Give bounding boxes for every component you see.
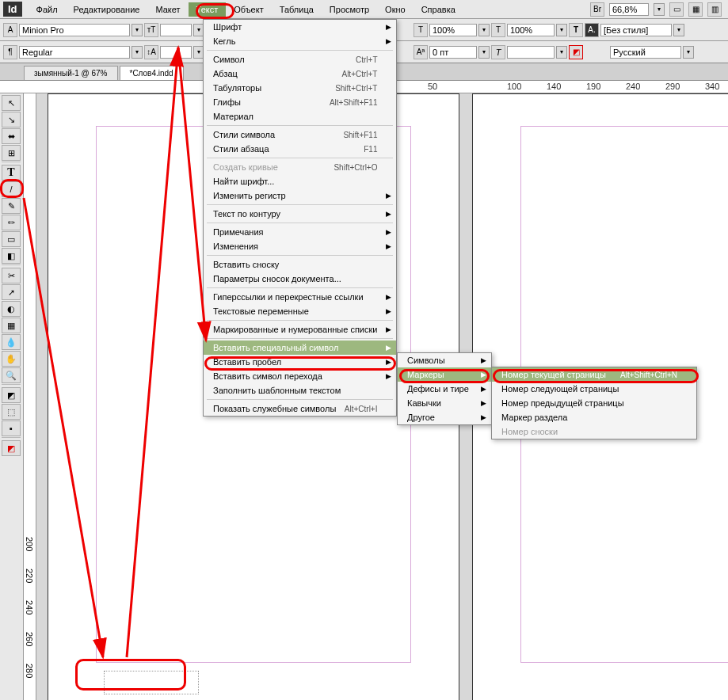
note-tool[interactable]: ▦ — [2, 318, 21, 333]
menu-item-изменения[interactable]: Изменения▶ — [204, 239, 396, 253]
menu-item-вставить-специальный-символ[interactable]: Вставить специальный символ▶ — [204, 340, 396, 355]
menu-item-текстовые-переменные[interactable]: Текстовые переменные▶ — [204, 304, 396, 318]
style-dropdown[interactable]: ▾ — [131, 46, 143, 59]
char-style-dropdown[interactable]: ▾ — [673, 24, 684, 36]
baseline-dropdown[interactable]: ▾ — [478, 46, 490, 59]
menu-item-стили-символа[interactable]: Стили символаShift+F11 — [204, 127, 396, 142]
gradient-tool[interactable]: ◐ — [2, 301, 21, 317]
menu-item-вставить-символ-перехода[interactable]: Вставить символ перехода▶ — [204, 369, 396, 383]
menu-item-примечания[interactable]: Примечания▶ — [204, 225, 396, 239]
menu-item-стили-абзаца[interactable]: Стили абзацаF11 — [204, 142, 396, 156]
workspace-icon[interactable]: ▥ — [707, 2, 722, 17]
rectangle-tool[interactable]: ◧ — [2, 248, 21, 264]
scale-v-field[interactable] — [507, 24, 555, 36]
submenu-item-другое[interactable]: Другое▶ — [398, 410, 491, 424]
language-field[interactable] — [610, 46, 681, 59]
menu-file[interactable]: Файл — [29, 2, 66, 17]
submenu-arrow-icon: ▶ — [386, 192, 391, 200]
menu-item-глифы[interactable]: ГлифыAlt+Shift+F11 — [204, 95, 396, 109]
selection-tool[interactable]: ↖ — [2, 95, 21, 111]
menu-item-материал[interactable]: Материал — [204, 109, 396, 124]
font-dropdown[interactable]: ▾ — [131, 24, 143, 36]
submenu-item-номер-текущей-страницы[interactable]: Номер текущей страницыAlt+Shift+Ctrl+N — [492, 367, 696, 382]
submenu-arrow-icon: ▶ — [386, 293, 391, 301]
submenu-item-кавычки[interactable]: Кавычки▶ — [398, 396, 491, 410]
tab-slov4[interactable]: *Слов4.indd — [120, 66, 184, 80]
menu-item-параметры-сносок-документа-[interactable]: Параметры сносок документа... — [204, 272, 396, 286]
page-number-frame[interactable] — [104, 671, 199, 694]
strike-icon[interactable]: ◩ — [569, 45, 583, 59]
menu-window[interactable]: Окно — [377, 2, 414, 17]
line-tool[interactable]: / — [2, 181, 21, 197]
menu-item-символ[interactable]: СимволCtrl+T — [204, 52, 396, 67]
menu-view[interactable]: Просмотр — [322, 2, 377, 17]
menu-table[interactable]: Таблица — [272, 2, 322, 17]
pencil-tool[interactable]: ✏ — [2, 215, 21, 230]
pen-tool[interactable]: ✎ — [2, 198, 21, 214]
menu-item-маркированные-и-нумерованные-списки[interactable]: Маркированные и нумерованные списки▶ — [204, 322, 396, 337]
skew-field[interactable] — [507, 46, 555, 59]
menu-item-гиперссылки-и-перекрестные-ссылки[interactable]: Гиперссылки и перекрестные ссылки▶ — [204, 290, 396, 304]
gap-tool[interactable]: ⊞ — [2, 145, 21, 161]
zoom-field[interactable]: 66,8% — [609, 3, 649, 16]
menu-item-кегль[interactable]: Кегль▶ — [204, 34, 396, 48]
eyedropper-tool[interactable]: 💧 — [2, 334, 21, 350]
font-family-field[interactable] — [19, 24, 130, 36]
menu-item-изменить-регистр[interactable]: Изменить регистр▶ — [204, 188, 396, 203]
menu-edit[interactable]: Редактирование — [66, 2, 148, 17]
skew-dropdown[interactable]: ▾ — [556, 46, 567, 59]
language-dropdown[interactable]: ▾ — [683, 46, 694, 59]
menu-item-табуляторы[interactable]: ТабуляторыShift+Ctrl+T — [204, 81, 396, 95]
screen-mode-icon[interactable]: ▭ — [669, 2, 684, 17]
submenu-arrow-icon: ▶ — [481, 399, 486, 407]
frame-tool[interactable]: ▭ — [2, 231, 21, 247]
bridge-icon[interactable]: Br — [590, 2, 604, 17]
menu-item-вставить-пробел[interactable]: Вставить пробел▶ — [204, 355, 396, 369]
hand-tool[interactable]: ✋ — [2, 351, 21, 367]
view-mode-tool[interactable]: ◩ — [2, 440, 21, 456]
transform-tool[interactable]: ➚ — [2, 284, 21, 300]
special-char-submenu: Символы▶Маркеры▶Дефисы и тире▶Кавычки▶Др… — [397, 352, 492, 425]
menu-layout[interactable]: Макет — [147, 2, 188, 17]
char-style-a-icon[interactable]: A. — [585, 23, 599, 37]
menu-item-абзац[interactable]: АбзацAlt+Ctrl+T — [204, 67, 396, 81]
menu-help[interactable]: Справка — [414, 2, 463, 17]
fill-stroke-tool[interactable]: ◩ — [2, 387, 21, 403]
para-panel-icon[interactable]: ¶ — [3, 45, 17, 59]
submenu-item-номер-предыдущей-страницы[interactable]: Номер предыдущей страницы — [492, 396, 696, 410]
submenu-item-маркеры[interactable]: Маркеры▶ — [398, 367, 491, 382]
menu-text[interactable]: Текст — [189, 2, 227, 17]
scale-h-dropdown[interactable]: ▾ — [478, 24, 490, 36]
page-tool[interactable]: ⬌ — [2, 128, 21, 144]
swap-tool[interactable]: ⬚ — [2, 404, 21, 420]
zoom-dropdown[interactable]: ▾ — [654, 3, 665, 16]
direct-select-tool[interactable]: ↘ — [2, 112, 21, 127]
font-style-field[interactable] — [19, 46, 130, 59]
submenu-arrow-icon: ▶ — [386, 325, 391, 333]
menu-item-заполнить-шаблонным-текстом[interactable]: Заполнить шаблонным текстом — [204, 383, 396, 398]
menu-item-шрифт[interactable]: Шрифт▶ — [204, 20, 396, 34]
zoom-tool[interactable]: 🔍 — [2, 367, 21, 383]
apply-color-tool[interactable]: ▪ — [2, 420, 21, 436]
submenu-item-символы[interactable]: Символы▶ — [398, 353, 491, 367]
font-size-field[interactable] — [160, 24, 192, 36]
bold-t-icon[interactable]: T — [569, 23, 583, 37]
menu-item-вставить-сноску[interactable]: Вставить сноску — [204, 257, 396, 272]
scissors-tool[interactable]: ✂ — [2, 268, 21, 283]
scale-v-dropdown[interactable]: ▾ — [556, 24, 567, 36]
baseline-field[interactable] — [429, 46, 477, 59]
menu-object[interactable]: Объект — [226, 2, 271, 17]
char-style-field[interactable] — [600, 24, 672, 36]
leading-field[interactable] — [160, 46, 192, 59]
char-panel-icon[interactable]: A — [3, 23, 17, 37]
tab-untitled[interactable]: зымянный-1 @ 67% — [24, 66, 118, 80]
submenu-item-дефисы-и-тире[interactable]: Дефисы и тире▶ — [398, 382, 491, 396]
menu-item-текст-по-контуру[interactable]: Текст по контуру▶ — [204, 207, 396, 221]
submenu-item-номер-следующей-страницы[interactable]: Номер следующей страницы — [492, 382, 696, 396]
menu-item-найти-шрифт-[interactable]: Найти шрифт... — [204, 174, 396, 188]
menu-item-показать-служебные-символы[interactable]: Показать служебные символыAlt+Ctrl+I — [204, 401, 396, 416]
type-tool[interactable]: T — [2, 165, 21, 181]
arrange-icon[interactable]: ▦ — [688, 2, 703, 17]
submenu-item-маркер-раздела[interactable]: Маркер раздела — [492, 410, 696, 424]
scale-h-field[interactable] — [429, 24, 477, 36]
